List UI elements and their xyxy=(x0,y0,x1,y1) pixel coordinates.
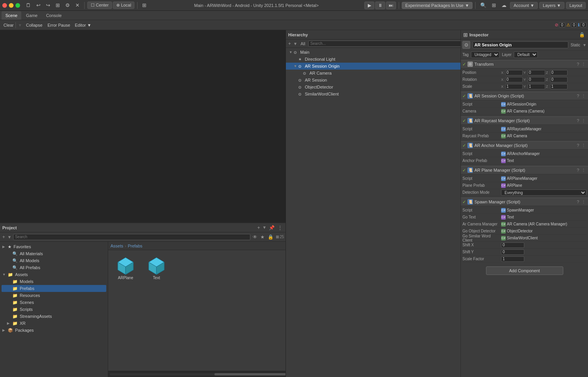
comp-menu-ar-session-origin[interactable]: ⋮ xyxy=(581,94,586,99)
comp-help-ar-anchor-manager[interactable]: ? xyxy=(576,143,580,148)
project-menu-btn[interactable]: ⋮ xyxy=(277,225,283,230)
cloud-btn[interactable]: ☁ xyxy=(500,2,508,9)
project-tree-resources[interactable]: 📁Resources xyxy=(2,292,106,299)
collab-btn[interactable]: ⊞ xyxy=(490,2,498,9)
clear-btn[interactable]: Clear xyxy=(2,22,16,28)
comp-help-ar-session-origin[interactable]: ? xyxy=(576,94,580,99)
error-pause-btn[interactable]: Error Pause xyxy=(46,22,72,28)
account-arrow: ▼ xyxy=(530,3,534,8)
component-body-ar-anchor-manager: Script C# ARAnchorManager Anchor Prefab … xyxy=(461,150,588,165)
cross-btn[interactable]: ✕ xyxy=(73,2,82,9)
traffic-light-fullscreen[interactable] xyxy=(15,3,20,8)
project-tree-prefabs[interactable]: 📁Prefabs xyxy=(2,285,106,292)
search-top-btn[interactable]: 🔍 xyxy=(478,2,488,9)
project-lock-btn[interactable]: 🔒 xyxy=(267,234,274,240)
inspector-title: Inspector xyxy=(469,32,489,37)
comp-help-ar-plane-manager[interactable]: ? xyxy=(576,168,580,173)
project-tree-favorites[interactable]: ▶★Favorites xyxy=(2,243,106,250)
tabs-bar: Scene Game Console xyxy=(0,11,588,20)
tab-scene[interactable]: Scene xyxy=(2,11,21,20)
hierarchy-title: Hierarchy xyxy=(288,32,308,37)
editor-btn[interactable]: Editor ▼ xyxy=(73,22,93,28)
tab-console[interactable]: Console xyxy=(42,11,65,20)
sep2 xyxy=(137,2,138,9)
traffic-light-minimize[interactable] xyxy=(9,3,14,8)
layer-dropdown[interactable]: Default xyxy=(514,51,538,58)
prop-row-scale-factor: Scale Factor xyxy=(462,256,586,263)
hierarchy-add-btn[interactable]: + xyxy=(287,41,292,46)
inspector-panel: ⊞ Inspector 🔒 ⊙ Static ▼ Tag xyxy=(461,30,588,377)
project-tree-scenes[interactable]: 📁Scenes xyxy=(2,299,106,306)
project-pin-btn[interactable]: 📌 xyxy=(268,225,275,230)
assets-scrollbar[interactable] xyxy=(108,371,286,377)
project-tree-scripts[interactable]: 📁Scripts xyxy=(2,306,106,313)
project-eye-btn[interactable]: 👁 xyxy=(252,234,258,240)
traffic-light-close[interactable] xyxy=(2,3,7,8)
comp-menu-ar-plane-manager[interactable]: ⋮ xyxy=(581,168,586,173)
inspector-scroll: ⊙ Static ▼ Tag Untagged Layer Default xyxy=(461,39,588,377)
pause-btn[interactable]: ⏸ xyxy=(375,2,385,9)
project-star-btn[interactable]: ★ xyxy=(260,234,265,240)
comp-help-ar-raycast-manager[interactable]: ? xyxy=(576,118,580,123)
collapse-btn[interactable]: Collapse xyxy=(24,22,44,28)
step-btn[interactable]: ⏭ xyxy=(386,2,396,9)
add-component-btn[interactable]: Add Component xyxy=(486,266,563,275)
center-btn[interactable]: ☐ Center xyxy=(87,2,112,9)
prop-row-plane-prefab: Plane Prefab C# ARPlane xyxy=(462,182,586,189)
frame-btn[interactable]: ⊞ xyxy=(54,2,62,9)
tag-dropdown[interactable]: Untagged xyxy=(471,51,500,58)
play-controls: ▶ ⏸ ⏭ xyxy=(364,2,396,9)
console-tab-label: Console xyxy=(46,13,61,18)
component-header-ar-raycast-manager[interactable]: ✓ 📜 AR Raycast Manager (Script) ? ⋮ xyxy=(461,116,588,125)
tab-game[interactable]: Game xyxy=(22,11,41,20)
project-plus-btn[interactable]: + xyxy=(2,234,6,240)
obj-name-input[interactable] xyxy=(472,41,568,48)
comp-menu-transform[interactable]: ⋮ xyxy=(581,62,586,67)
project-tree-streamingassets[interactable]: 📁StreamingAssets xyxy=(2,313,106,320)
prop-row-detection-mode: Detection ModeEverything xyxy=(462,189,586,196)
component-header-ar-plane-manager[interactable]: ✓ 📜 AR Plane Manager (Script) ? ⋮ xyxy=(461,166,588,174)
prop-label-raycast-prefab: Raycast Prefab xyxy=(462,134,501,138)
inspector-header: ⊞ Inspector 🔒 xyxy=(461,30,588,39)
component-header-transform[interactable]: ✓ ⚙ Transform ? ⋮ xyxy=(461,60,588,68)
local-btn[interactable]: ⊕ Local xyxy=(113,2,134,9)
asset-item-text[interactable]: Text xyxy=(143,254,170,367)
comp-title-ar-anchor-manager: AR Anchor Manager (Script) xyxy=(474,143,574,148)
undo-btn[interactable]: ↩ xyxy=(34,2,42,9)
component-header-spawn-manager[interactable]: ✓ 📜 Spawn Manager (Script) ? ⋮ xyxy=(461,198,588,206)
layers-btn[interactable]: Layers ▼ xyxy=(539,2,564,9)
file-icon-btn[interactable]: 🗒 xyxy=(24,2,33,9)
scene-viewport[interactable] xyxy=(0,30,286,222)
comp-help-spawn-manager[interactable]: ? xyxy=(576,200,580,205)
grid-btn[interactable]: ⊞ xyxy=(140,2,148,9)
project-tree-packages[interactable]: ▶📦Packages xyxy=(2,327,106,334)
prop-label-script: Script xyxy=(462,152,501,156)
redo-btn[interactable]: ↪ xyxy=(44,2,52,9)
comp-menu-spawn-manager[interactable]: ⋮ xyxy=(581,200,586,205)
comp-menu-ar-anchor-manager[interactable]: ⋮ xyxy=(581,143,586,148)
comp-help-transform[interactable]: ? xyxy=(576,62,580,67)
component-header-ar-session-origin[interactable]: ✓ 📜 AR Session Origin (Script) ? ⋮ xyxy=(461,92,588,100)
project-add-btn[interactable]: + xyxy=(257,225,261,230)
project-tree-all-materials[interactable]: 🔍All Materials xyxy=(2,250,106,257)
play-btn[interactable]: ▶ xyxy=(364,2,374,9)
inspector-lock-btn[interactable]: 🔒 xyxy=(578,32,586,38)
project-tree-all-prefabs[interactable]: 🔍All Prefabs xyxy=(2,264,106,271)
layout-btn[interactable]: Layout xyxy=(566,2,586,9)
comp-menu-ar-raycast-manager[interactable]: ⋮ xyxy=(581,118,586,123)
project-search-input[interactable] xyxy=(13,234,250,240)
settings-btn[interactable]: ⚙ xyxy=(63,2,72,9)
project-header-icons: + ▼ 📌 ⋮ xyxy=(257,225,283,230)
account-btn[interactable]: Account ▼ xyxy=(510,2,538,9)
project-tree-all-models[interactable]: 🔍All Models xyxy=(2,257,106,264)
project-tree-xr[interactable]: ▶📁XR xyxy=(2,320,106,327)
breadcrumb-assets[interactable]: Assets xyxy=(110,244,123,248)
project-tree-models[interactable]: 📁Models xyxy=(2,278,106,285)
breadcrumb-prefabs[interactable]: Prefabs xyxy=(128,244,143,248)
exp-pkg-btn[interactable]: Experimental Packages In Use ▼ xyxy=(402,2,472,9)
component-body-transform: Position X Y Z Rotation X Y Z Scale X Y … xyxy=(461,68,588,91)
asset-item-arplane[interactable]: ARPlane xyxy=(112,254,139,367)
sep3 xyxy=(399,2,399,9)
project-tree-assets[interactable]: ▼📁Assets xyxy=(2,271,106,278)
component-header-ar-anchor-manager[interactable]: ✓ 📜 AR Anchor Manager (Script) ? ⋮ xyxy=(461,141,588,150)
